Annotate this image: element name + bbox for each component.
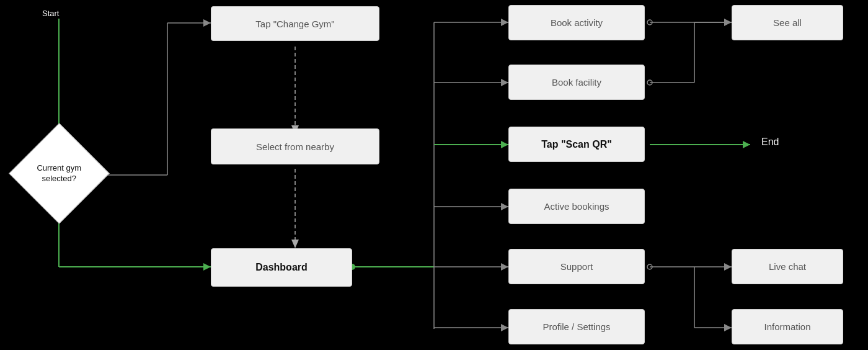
start-label: Start (42, 9, 59, 18)
svg-marker-20 (501, 141, 508, 148)
end-label: End (761, 137, 779, 148)
node-live-chat-label: Live chat (769, 261, 806, 272)
node-information-label: Information (764, 321, 810, 332)
node-select-nearby-label: Select from nearby (256, 141, 334, 152)
svg-marker-39 (724, 324, 732, 331)
decision-label: Current gym selected? (24, 163, 94, 184)
svg-marker-33 (743, 141, 750, 148)
node-see-all: See all (732, 5, 843, 40)
svg-point-43 (647, 264, 652, 269)
node-live-chat: Live chat (732, 249, 843, 284)
svg-marker-28 (724, 19, 732, 26)
svg-marker-24 (501, 263, 508, 271)
node-dashboard-label: Dashboard (255, 262, 308, 273)
node-see-all-label: See all (773, 17, 802, 28)
svg-marker-22 (501, 203, 508, 210)
node-information: Information (732, 309, 843, 344)
flowchart-lines (0, 0, 868, 350)
node-book-activity: Book activity (508, 5, 645, 40)
node-dashboard: Dashboard (211, 248, 352, 287)
decision-current-gym: Current gym selected? (9, 123, 110, 224)
node-profile-settings-label: Profile / Settings (542, 321, 610, 332)
node-select-nearby: Select from nearby (211, 128, 379, 164)
node-active-bookings: Active bookings (508, 189, 645, 224)
svg-marker-9 (291, 240, 299, 248)
node-book-activity-label: Book activity (551, 17, 603, 28)
svg-marker-26 (501, 324, 508, 331)
node-change-gym-label: Tap "Change Gym" (255, 19, 334, 29)
node-scan-qr: Tap "Scan QR" (508, 127, 645, 162)
svg-marker-12 (203, 263, 211, 271)
svg-point-41 (647, 20, 652, 25)
svg-marker-18 (501, 79, 508, 86)
node-support: Support (508, 249, 645, 284)
node-book-facility-label: Book facility (552, 77, 601, 88)
node-profile-settings: Profile / Settings (508, 309, 645, 344)
node-support-label: Support (560, 261, 593, 272)
svg-marker-5 (203, 19, 211, 27)
node-book-facility: Book facility (508, 65, 645, 100)
svg-marker-16 (501, 19, 508, 26)
node-scan-qr-label: Tap "Scan QR" (541, 139, 612, 150)
diagram: Start Current gym selected? Tap "Change … (0, 0, 868, 350)
svg-marker-37 (724, 263, 732, 271)
svg-point-42 (647, 80, 652, 85)
node-change-gym: Tap "Change Gym" (211, 6, 379, 41)
node-active-bookings-label: Active bookings (544, 201, 609, 212)
